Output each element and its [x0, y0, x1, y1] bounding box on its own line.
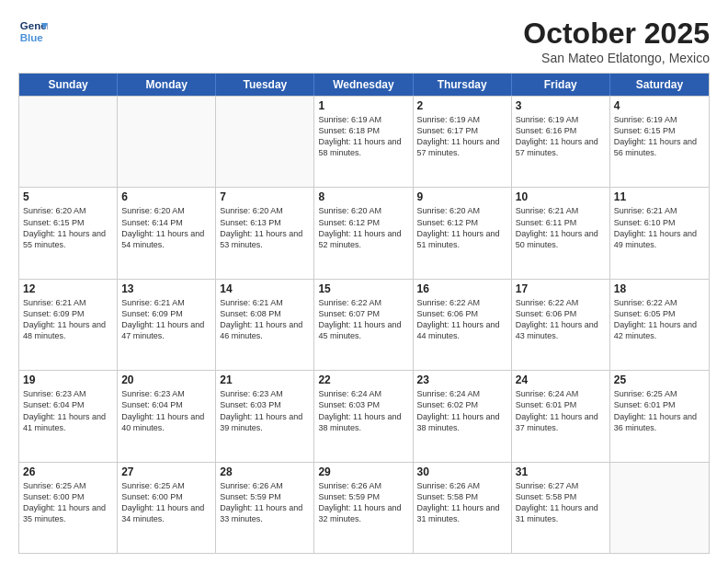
calendar-cell: 9Sunrise: 6:20 AM Sunset: 6:12 PM Daylig… — [414, 188, 512, 278]
calendar-cell — [19, 97, 118, 187]
calendar-cell: 25Sunrise: 6:25 AM Sunset: 6:01 PM Dayli… — [610, 371, 709, 461]
day-number: 6 — [121, 190, 211, 203]
day-number: 22 — [318, 373, 408, 386]
day-info: Sunrise: 6:26 AM Sunset: 5:59 PM Dayligh… — [220, 480, 310, 525]
day-info: Sunrise: 6:26 AM Sunset: 5:58 PM Dayligh… — [417, 480, 507, 525]
day-number: 31 — [516, 465, 606, 478]
day-info: Sunrise: 6:25 AM Sunset: 6:00 PM Dayligh… — [23, 480, 113, 525]
calendar-cell: 22Sunrise: 6:24 AM Sunset: 6:03 PM Dayli… — [314, 371, 413, 461]
weekday-header: Saturday — [610, 74, 709, 96]
svg-text:Blue: Blue — [20, 32, 44, 43]
calendar-cell — [118, 97, 216, 187]
day-info: Sunrise: 6:20 AM Sunset: 6:15 PM Dayligh… — [23, 205, 113, 250]
calendar-cell: 28Sunrise: 6:26 AM Sunset: 5:59 PM Dayli… — [216, 463, 314, 553]
day-number: 25 — [614, 373, 705, 386]
day-info: Sunrise: 6:24 AM Sunset: 6:03 PM Dayligh… — [318, 388, 408, 433]
day-info: Sunrise: 6:21 AM Sunset: 6:08 PM Dayligh… — [220, 297, 310, 342]
calendar-cell: 23Sunrise: 6:24 AM Sunset: 6:02 PM Dayli… — [414, 371, 512, 461]
day-number: 12 — [23, 282, 113, 295]
day-info: Sunrise: 6:20 AM Sunset: 6:13 PM Dayligh… — [220, 205, 310, 250]
weekday-header: Thursday — [414, 74, 512, 96]
day-info: Sunrise: 6:22 AM Sunset: 6:06 PM Dayligh… — [417, 297, 507, 342]
weekday-header: Tuesday — [216, 74, 314, 96]
day-number: 24 — [516, 373, 606, 386]
calendar-week: 19Sunrise: 6:23 AM Sunset: 6:04 PM Dayli… — [19, 370, 709, 461]
calendar-cell: 12Sunrise: 6:21 AM Sunset: 6:09 PM Dayli… — [19, 280, 118, 370]
day-info: Sunrise: 6:22 AM Sunset: 6:07 PM Dayligh… — [318, 297, 408, 342]
weekday-header: Sunday — [19, 74, 118, 96]
day-info: Sunrise: 6:22 AM Sunset: 6:05 PM Dayligh… — [614, 297, 705, 342]
calendar-cell: 29Sunrise: 6:26 AM Sunset: 5:59 PM Dayli… — [314, 463, 413, 553]
day-number: 20 — [121, 373, 211, 386]
calendar-cell: 6Sunrise: 6:20 AM Sunset: 6:14 PM Daylig… — [118, 188, 216, 278]
day-number: 5 — [23, 190, 113, 203]
calendar-cell: 20Sunrise: 6:23 AM Sunset: 6:04 PM Dayli… — [118, 371, 216, 461]
day-info: Sunrise: 6:23 AM Sunset: 6:03 PM Dayligh… — [220, 388, 310, 433]
day-number: 21 — [220, 373, 310, 386]
calendar-cell: 7Sunrise: 6:20 AM Sunset: 6:13 PM Daylig… — [216, 188, 314, 278]
weekday-header: Wednesday — [314, 74, 413, 96]
day-number: 16 — [417, 282, 507, 295]
day-number: 23 — [417, 373, 507, 386]
location: San Mateo Etlatongo, Mexico — [523, 51, 710, 65]
day-number: 2 — [417, 99, 507, 112]
calendar-body: 1Sunrise: 6:19 AM Sunset: 6:18 PM Daylig… — [19, 96, 709, 553]
day-info: Sunrise: 6:21 AM Sunset: 6:11 PM Dayligh… — [516, 205, 606, 250]
calendar-cell: 5Sunrise: 6:20 AM Sunset: 6:15 PM Daylig… — [19, 188, 118, 278]
page: General Blue October 2025 San Mateo Etla… — [0, 0, 728, 563]
day-number: 19 — [23, 373, 113, 386]
day-number: 18 — [614, 282, 705, 295]
calendar: SundayMondayTuesdayWednesdayThursdayFrid… — [18, 73, 710, 554]
day-info: Sunrise: 6:26 AM Sunset: 5:59 PM Dayligh… — [318, 480, 408, 525]
header: General Blue October 2025 San Mateo Etla… — [18, 17, 710, 65]
calendar-cell: 17Sunrise: 6:22 AM Sunset: 6:06 PM Dayli… — [512, 280, 610, 370]
day-number: 26 — [23, 465, 113, 478]
calendar-cell: 13Sunrise: 6:21 AM Sunset: 6:09 PM Dayli… — [118, 280, 216, 370]
calendar-cell: 8Sunrise: 6:20 AM Sunset: 6:12 PM Daylig… — [314, 188, 413, 278]
day-number: 7 — [220, 190, 310, 203]
day-info: Sunrise: 6:20 AM Sunset: 6:12 PM Dayligh… — [417, 205, 507, 250]
calendar-week: 5Sunrise: 6:20 AM Sunset: 6:15 PM Daylig… — [19, 187, 709, 278]
day-number: 1 — [318, 99, 408, 112]
calendar-cell: 27Sunrise: 6:25 AM Sunset: 6:00 PM Dayli… — [118, 463, 216, 553]
day-number: 9 — [417, 190, 507, 203]
calendar-week: 26Sunrise: 6:25 AM Sunset: 6:00 PM Dayli… — [19, 462, 709, 553]
calendar-cell — [610, 463, 709, 553]
calendar-cell: 10Sunrise: 6:21 AM Sunset: 6:11 PM Dayli… — [512, 188, 610, 278]
day-info: Sunrise: 6:19 AM Sunset: 6:18 PM Dayligh… — [318, 114, 408, 159]
day-number: 28 — [220, 465, 310, 478]
day-number: 30 — [417, 465, 507, 478]
calendar-week: 1Sunrise: 6:19 AM Sunset: 6:18 PM Daylig… — [19, 96, 709, 187]
calendar-cell: 16Sunrise: 6:22 AM Sunset: 6:06 PM Dayli… — [414, 280, 512, 370]
month-title: October 2025 — [523, 17, 710, 51]
calendar-cell: 24Sunrise: 6:24 AM Sunset: 6:01 PM Dayli… — [512, 371, 610, 461]
day-info: Sunrise: 6:19 AM Sunset: 6:16 PM Dayligh… — [516, 114, 606, 159]
calendar-cell: 26Sunrise: 6:25 AM Sunset: 6:00 PM Dayli… — [19, 463, 118, 553]
day-number: 15 — [318, 282, 408, 295]
logo: General Blue — [18, 17, 48, 46]
day-info: Sunrise: 6:19 AM Sunset: 6:15 PM Dayligh… — [614, 114, 705, 159]
day-info: Sunrise: 6:20 AM Sunset: 6:12 PM Dayligh… — [318, 205, 408, 250]
calendar-cell: 11Sunrise: 6:21 AM Sunset: 6:10 PM Dayli… — [610, 188, 709, 278]
day-info: Sunrise: 6:22 AM Sunset: 6:06 PM Dayligh… — [516, 297, 606, 342]
day-info: Sunrise: 6:27 AM Sunset: 5:58 PM Dayligh… — [516, 480, 606, 525]
calendar-cell: 3Sunrise: 6:19 AM Sunset: 6:16 PM Daylig… — [512, 97, 610, 187]
calendar-cell: 30Sunrise: 6:26 AM Sunset: 5:58 PM Dayli… — [414, 463, 512, 553]
day-info: Sunrise: 6:21 AM Sunset: 6:10 PM Dayligh… — [614, 205, 705, 250]
title-block: October 2025 San Mateo Etlatongo, Mexico — [523, 17, 710, 65]
day-info: Sunrise: 6:23 AM Sunset: 6:04 PM Dayligh… — [23, 388, 113, 433]
day-number: 11 — [614, 190, 705, 203]
calendar-cell: 15Sunrise: 6:22 AM Sunset: 6:07 PM Dayli… — [314, 280, 413, 370]
weekday-header: Friday — [512, 74, 610, 96]
logo-icon: General Blue — [18, 17, 48, 46]
day-info: Sunrise: 6:25 AM Sunset: 6:01 PM Dayligh… — [614, 388, 705, 433]
day-info: Sunrise: 6:23 AM Sunset: 6:04 PM Dayligh… — [121, 388, 211, 433]
day-number: 8 — [318, 190, 408, 203]
weekday-header: Monday — [118, 74, 216, 96]
day-info: Sunrise: 6:25 AM Sunset: 6:00 PM Dayligh… — [121, 480, 211, 525]
day-number: 17 — [516, 282, 606, 295]
day-number: 14 — [220, 282, 310, 295]
calendar-cell: 21Sunrise: 6:23 AM Sunset: 6:03 PM Dayli… — [216, 371, 314, 461]
day-info: Sunrise: 6:21 AM Sunset: 6:09 PM Dayligh… — [23, 297, 113, 342]
day-info: Sunrise: 6:20 AM Sunset: 6:14 PM Dayligh… — [121, 205, 211, 250]
